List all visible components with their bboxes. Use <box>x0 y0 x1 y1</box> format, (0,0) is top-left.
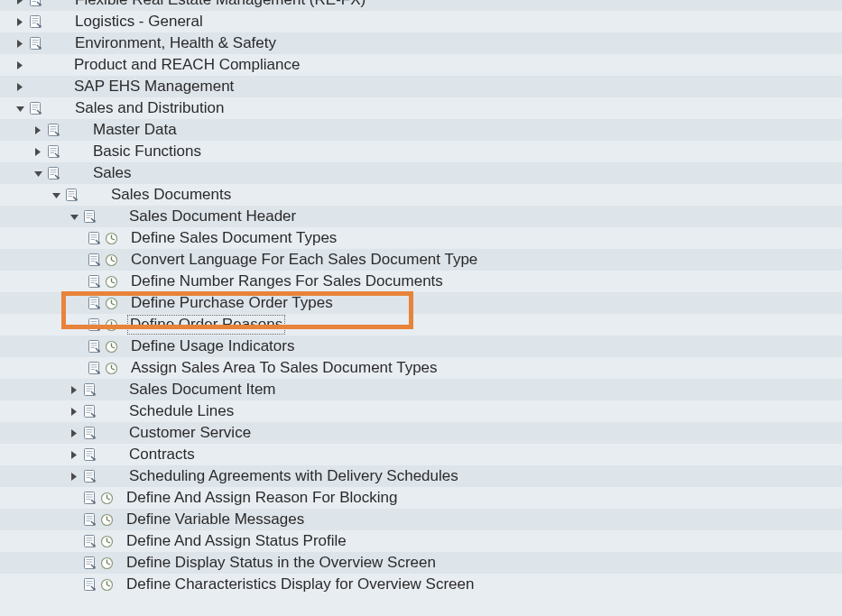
tree-item-label[interactable]: Define Variable Messages <box>123 510 304 529</box>
tree-item-label[interactable]: Master Data <box>89 121 177 139</box>
activity-icon[interactable] <box>103 317 119 333</box>
expander-open-icon[interactable] <box>32 167 45 180</box>
document-icon <box>81 425 97 441</box>
activity-icon[interactable] <box>103 230 119 246</box>
tree-item-label[interactable]: Sales Documents <box>107 186 231 204</box>
tree-item-label[interactable]: Product and REACH Compliance <box>70 56 300 74</box>
tree-row[interactable]: Define Characteristics Display for Overv… <box>0 574 842 595</box>
expander-open-icon[interactable] <box>14 102 27 115</box>
expander-closed-icon[interactable] <box>68 427 81 440</box>
tree-item-label[interactable]: Logistics - General <box>71 13 203 31</box>
tree-item-label[interactable]: Flexible Real Estate Management (RE-FX) <box>71 0 365 9</box>
tree-row[interactable]: Sales and Distribution <box>0 97 842 119</box>
activity-icon[interactable] <box>98 533 115 549</box>
expander-closed-icon[interactable] <box>14 0 27 7</box>
document-icon <box>81 576 97 593</box>
tree-item-label[interactable]: Define And Assign Status Profile <box>123 532 347 550</box>
tree-item-label[interactable]: Define Order Reasons <box>127 315 285 335</box>
expander-open-icon[interactable] <box>50 188 63 202</box>
document-icon <box>86 252 102 268</box>
expander-closed-icon[interactable] <box>14 80 27 94</box>
tree-item-label[interactable]: Customer Service <box>125 424 251 442</box>
tree-item-label[interactable]: Environment, Health & Safety <box>71 34 276 52</box>
tree-row[interactable]: Contracts <box>0 444 842 465</box>
document-icon <box>81 403 97 419</box>
tree-item-label[interactable]: Define Display Status in the Overview Sc… <box>123 554 436 572</box>
document-icon <box>86 295 102 311</box>
tree-row[interactable]: Customer Service <box>0 422 842 444</box>
tree-item-label[interactable]: Define Characteristics Display for Overv… <box>123 575 474 593</box>
document-icon <box>45 165 61 181</box>
tree-row[interactable]: Define And Assign Status Profile <box>0 530 842 552</box>
expander-closed-icon[interactable] <box>68 470 81 483</box>
tree-item-label[interactable]: Convert Language For Each Sales Document… <box>127 251 477 269</box>
expander-closed-icon[interactable] <box>68 448 81 462</box>
tree-item-label[interactable]: Define Usage Indicators <box>127 337 294 355</box>
tree-row[interactable]: Flexible Real Estate Management (RE-FX) <box>0 0 842 11</box>
expander-closed-icon[interactable] <box>68 405 81 418</box>
expander-closed-icon[interactable] <box>68 383 81 397</box>
activity-icon[interactable] <box>103 273 119 290</box>
document-icon <box>81 511 97 528</box>
tree-item-label[interactable]: Define And Assign Reason For Blocking <box>123 489 398 507</box>
document-icon <box>45 122 61 138</box>
tree-item-label[interactable]: Basic Functions <box>89 143 201 161</box>
expander-closed-icon[interactable] <box>14 15 27 29</box>
tree-row[interactable]: Environment, Health & Safety <box>0 32 842 54</box>
expander-closed-icon[interactable] <box>32 145 45 159</box>
tree-row[interactable]: Convert Language For Each Sales Document… <box>0 249 842 271</box>
tree-row[interactable]: Define Display Status in the Overview Sc… <box>0 552 842 574</box>
tree-item-label[interactable]: Define Number Ranges For Sales Documents <box>127 272 443 290</box>
document-icon <box>81 490 97 506</box>
tree-item-label[interactable]: Define Sales Document Types <box>127 229 337 247</box>
tree-row[interactable]: Master Data <box>0 119 842 141</box>
tree-row[interactable]: Define Order Reasons <box>0 314 842 336</box>
tree-row[interactable]: Define Purchase Order Types <box>0 292 842 314</box>
activity-icon[interactable] <box>98 511 115 528</box>
expander-closed-icon[interactable] <box>32 124 45 137</box>
tree-item-label[interactable]: Scheduling Agreements with Delivery Sche… <box>125 467 458 485</box>
document-icon <box>86 317 102 333</box>
tree-row[interactable]: Define Variable Messages <box>0 509 842 530</box>
tree-row[interactable]: Assign Sales Area To Sales Document Type… <box>0 357 842 379</box>
tree-row[interactable]: Scheduling Agreements with Delivery Sche… <box>0 465 842 487</box>
tree-row[interactable]: Define Sales Document Types <box>0 227 842 249</box>
expander-closed-icon[interactable] <box>14 59 27 72</box>
tree-item-label[interactable]: Sales <box>89 164 132 182</box>
activity-icon[interactable] <box>103 338 119 354</box>
activity-icon[interactable] <box>98 490 115 506</box>
tree-item-label[interactable]: Assign Sales Area To Sales Document Type… <box>127 359 438 377</box>
document-icon <box>81 533 97 549</box>
tree-item-label[interactable]: Sales Document Item <box>125 381 276 399</box>
tree-row[interactable]: Sales Document Header <box>0 206 842 227</box>
tree-row[interactable]: Logistics - General <box>0 11 842 32</box>
tree-item-label[interactable]: Sales Document Header <box>125 207 296 225</box>
tree-row[interactable]: Product and REACH Compliance <box>0 54 842 76</box>
tree-item-label[interactable]: Contracts <box>125 446 195 464</box>
document-icon <box>27 0 43 8</box>
activity-icon[interactable] <box>98 576 115 593</box>
tree-item-label[interactable]: Schedule Lines <box>125 402 234 420</box>
tree-item-label[interactable]: Sales and Distribution <box>71 99 224 117</box>
activity-icon[interactable] <box>98 555 115 571</box>
tree-row[interactable]: SAP EHS Management <box>0 76 842 97</box>
activity-icon[interactable] <box>103 252 119 268</box>
tree-container: Flexible Real Estate Management (RE-FX)L… <box>0 0 842 595</box>
activity-icon[interactable] <box>103 360 119 376</box>
tree-row[interactable]: Schedule Lines <box>0 400 842 422</box>
document-icon <box>27 14 43 30</box>
tree-item-label[interactable]: SAP EHS Management <box>70 78 234 96</box>
tree-row[interactable]: Define Usage Indicators <box>0 336 842 357</box>
expander-open-icon[interactable] <box>68 210 81 224</box>
tree-row[interactable]: Sales Documents <box>0 184 842 206</box>
document-icon <box>81 446 97 463</box>
tree-row[interactable]: Sales <box>0 162 842 184</box>
expander-closed-icon[interactable] <box>14 37 27 51</box>
tree-row[interactable]: Sales Document Item <box>0 379 842 400</box>
tree-row[interactable]: Define And Assign Reason For Blocking <box>0 487 842 509</box>
tree-item-label[interactable]: Define Purchase Order Types <box>127 294 333 312</box>
tree-row[interactable]: Define Number Ranges For Sales Documents <box>0 271 842 292</box>
document-icon <box>86 230 102 246</box>
activity-icon[interactable] <box>103 295 119 311</box>
tree-row[interactable]: Basic Functions <box>0 141 842 162</box>
